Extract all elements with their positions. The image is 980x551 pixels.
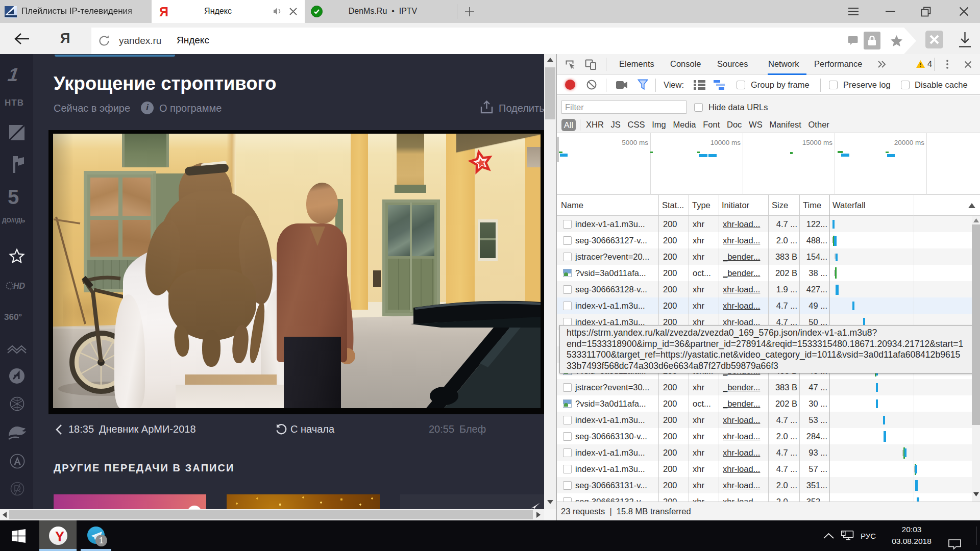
svg-text:HD: HD — [13, 282, 26, 290]
